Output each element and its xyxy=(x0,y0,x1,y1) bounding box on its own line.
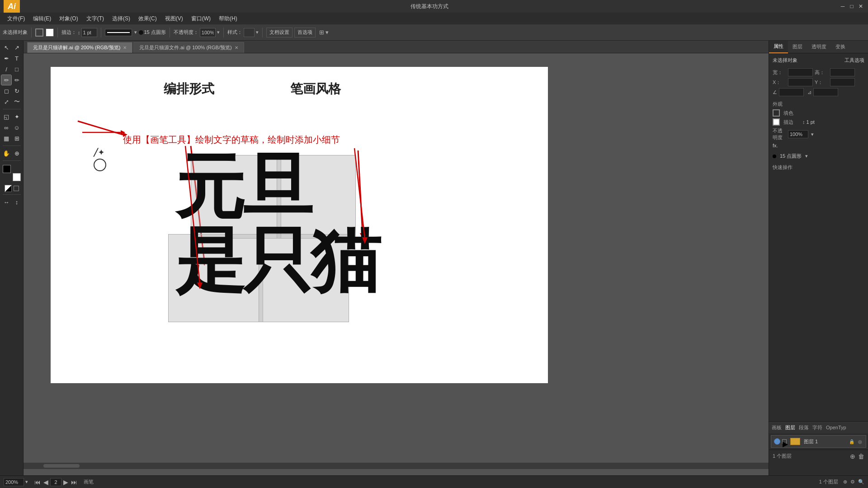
menu-view[interactable]: 视图(V) xyxy=(161,14,187,23)
menu-object[interactable]: 对象(O) xyxy=(56,14,81,23)
opacity-rp-input[interactable] xyxy=(788,130,808,138)
width-input[interactable] xyxy=(788,68,813,76)
opacity-input[interactable] xyxy=(200,28,216,37)
menu-effect[interactable]: 效果(C) xyxy=(135,14,160,23)
brush-expand[interactable]: ▾ xyxy=(805,153,808,159)
stroke-swatch[interactable] xyxy=(3,165,11,173)
brush-section: 15 点圆形 ▾ xyxy=(773,153,864,160)
toolbar-extra[interactable]: ⊞ ▾ xyxy=(319,29,329,36)
stroke-color-box[interactable] xyxy=(773,118,780,126)
maximize-button[interactable]: □ xyxy=(848,3,855,10)
layer-lock-btn[interactable]: 🔒 xyxy=(849,439,855,444)
scale-tool[interactable]: ⤢ xyxy=(1,97,11,107)
zoom-tool[interactable]: ⊕ xyxy=(12,148,22,158)
artboard-tool[interactable]: ⊞ xyxy=(12,133,22,143)
blend-tool[interactable]: ∞ xyxy=(1,122,11,132)
height-input[interactable] xyxy=(830,68,855,76)
swap-colors-btn[interactable] xyxy=(5,185,12,192)
lt-tab-artboard[interactable]: 画板 xyxy=(772,424,782,431)
canvas-viewport[interactable]: 编排形式 笔画风格 使用【画笔工具】绘制文字的草稿，绘制时添加小细节 ╱✦ xyxy=(24,53,769,463)
rp-tab-transform[interactable]: 变换 xyxy=(831,41,850,53)
fill-box[interactable] xyxy=(46,28,54,37)
y-input[interactable] xyxy=(830,78,855,86)
nav-prev-btn[interactable]: ◀ xyxy=(42,479,49,486)
nav-next-btn[interactable]: ▶ xyxy=(62,479,69,486)
shear-input[interactable] xyxy=(813,88,838,96)
menu-help[interactable]: 帮助(H) xyxy=(215,14,241,23)
canvas-area: 元旦是只猫讲解.ai @ 200% (RGB/预览) ✕ 元旦是只猫源文件.ai… xyxy=(24,41,769,475)
style-preview[interactable] xyxy=(244,28,255,37)
toolbar-sep-2 xyxy=(57,28,58,38)
heading-right: 笔画风格 xyxy=(290,80,341,98)
close-button[interactable]: ✕ xyxy=(857,3,864,10)
type-tool[interactable]: T xyxy=(12,53,22,63)
lt-tab-layers[interactable]: 图层 xyxy=(785,424,795,431)
direct-select-tool[interactable]: ↗ xyxy=(12,42,22,52)
fill-color-box[interactable] xyxy=(773,109,780,117)
window-controls[interactable]: ─ □ ✕ xyxy=(839,3,864,10)
pencil-tool[interactable]: ✏ xyxy=(12,75,22,85)
menu-select[interactable]: 选择(S) xyxy=(108,14,134,23)
layer-target-btn[interactable]: ◎ xyxy=(857,439,863,444)
minimize-button[interactable]: ─ xyxy=(839,3,846,10)
pen-tool[interactable]: ✒ xyxy=(1,53,11,63)
lt-tab-paragraph[interactable]: 段落 xyxy=(799,424,809,431)
none-color-btn[interactable] xyxy=(14,186,19,191)
layer-count-label: 1 个图层 xyxy=(773,453,792,460)
delete-layer-btn[interactable]: 🗑 xyxy=(858,453,864,460)
reflect-y-tool[interactable]: ↕ xyxy=(12,197,22,207)
status-settings[interactable]: ⚙ xyxy=(850,479,855,485)
add-layer-btn[interactable]: ⊕ xyxy=(850,453,855,460)
status-add-artboard[interactable]: ⊕ xyxy=(843,479,847,485)
warp-tool[interactable]: 〜 xyxy=(12,97,22,107)
nav-last-btn[interactable]: ⏭ xyxy=(70,479,78,486)
canvas-tab-2[interactable]: 元旦是只猫源文件.ai @ 100% (RGB/预览) ✕ xyxy=(133,42,244,53)
zoom-dropdown[interactable]: ▾ xyxy=(25,479,28,485)
first-option-button[interactable]: 首选项 xyxy=(294,28,316,38)
page-input[interactable] xyxy=(50,478,61,486)
x-input[interactable] xyxy=(788,78,813,86)
opacity-rp-label: 不透明度 xyxy=(773,127,786,141)
tool-row-bottom: ↔ ↕ xyxy=(1,197,22,207)
rp-tab-properties[interactable]: 属性 xyxy=(769,41,788,53)
lt-tab-opentype[interactable]: OpenTyp xyxy=(826,425,846,430)
layer-visibility-eye[interactable] xyxy=(774,438,780,445)
canvas-tab-1-close[interactable]: ✕ xyxy=(123,45,127,50)
stroke-box[interactable] xyxy=(35,28,43,37)
line-tool[interactable]: / xyxy=(1,64,11,74)
rotate-tool[interactable]: ↻ xyxy=(12,86,22,96)
menu-window[interactable]: 窗口(W) xyxy=(188,14,214,23)
menu-type[interactable]: 文字(T) xyxy=(83,14,108,23)
rp-tab-transparency[interactable]: 透明度 xyxy=(807,41,831,53)
paintbrush-tool[interactable]: ✏ xyxy=(1,75,11,85)
zoom-input[interactable] xyxy=(4,478,24,486)
toolbar: 未选择对象 描边： ↕ ▾ 15 点圆形 不透明度： ▾ 样式： ▾ 文档设置 … xyxy=(0,24,868,41)
eyedropper-tool[interactable]: ✦ xyxy=(12,112,22,122)
stroke-size-input[interactable] xyxy=(81,28,97,37)
eraser-tool[interactable]: ◻ xyxy=(1,86,11,96)
menu-edit[interactable]: 编辑(E) xyxy=(29,14,55,23)
opacity-control: 不透明度： ▾ xyxy=(174,28,220,37)
lt-tab-character[interactable]: 字符 xyxy=(812,424,822,431)
symbol-tool[interactable]: ☺ xyxy=(12,122,22,132)
opacity-percent: ▾ xyxy=(811,131,814,137)
doc-settings-button[interactable]: 文档设置 xyxy=(266,28,292,38)
canvas-tab-1[interactable]: 元旦是只猫讲解.ai @ 200% (RGB/预览) ✕ xyxy=(27,42,132,53)
reflect-x-tool[interactable]: ↔ xyxy=(1,197,11,207)
scroll-thumb-h[interactable] xyxy=(43,464,80,468)
status-search[interactable]: 🔍 xyxy=(858,479,864,485)
gradient-tool[interactable]: ◱ xyxy=(1,112,11,122)
canvas-scrollbar-h[interactable] xyxy=(24,463,769,469)
nav-first-btn[interactable]: ⏮ xyxy=(33,479,42,486)
menu-file[interactable]: 文件(F) xyxy=(4,14,28,23)
canvas-tab-2-close[interactable]: ✕ xyxy=(235,45,238,50)
fill-swatch[interactable] xyxy=(13,173,21,181)
calligraphy-text: 元旦 是只猫 xyxy=(175,150,378,298)
layer-expand-arrow[interactable]: ▶ xyxy=(782,439,787,444)
column-graph-tool[interactable]: ▦ xyxy=(1,133,11,143)
rp-tab-layers[interactable]: 图层 xyxy=(788,41,807,53)
select-tool[interactable]: ↖ xyxy=(1,42,11,52)
hand-tool[interactable]: ✋ xyxy=(1,148,11,158)
rectangle-tool[interactable]: □ xyxy=(12,64,22,74)
angle-input[interactable] xyxy=(779,88,804,96)
